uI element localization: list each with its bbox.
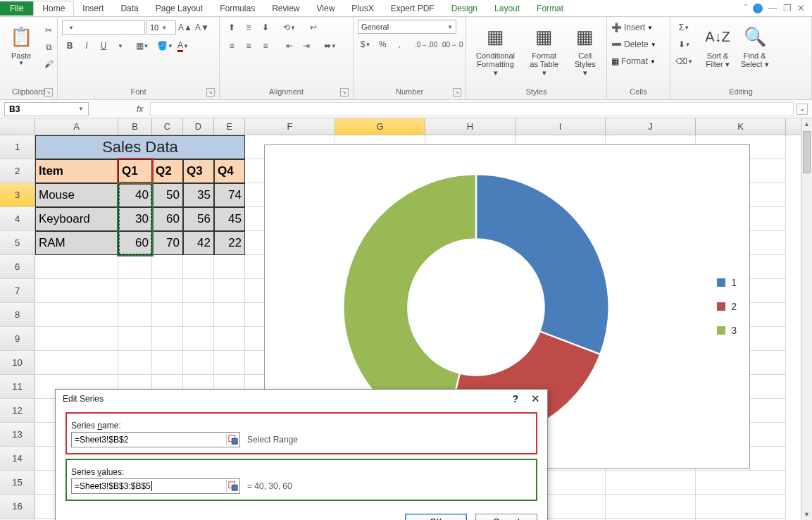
row-header-4[interactable]: 4 — [0, 207, 35, 231]
align-center-button[interactable]: ≡ — [241, 38, 256, 54]
paste-button[interactable]: 📋 Paste▼ — [4, 20, 38, 68]
col-header-D[interactable]: D — [183, 118, 214, 135]
window-minimize-icon[interactable]: — — [768, 3, 777, 13]
increase-font-button[interactable]: A▲ — [177, 20, 193, 35]
series-name-range-picker[interactable] — [226, 433, 239, 446]
percent-format-button[interactable]: % — [375, 37, 390, 52]
cell-data[interactable]: 22 — [214, 231, 245, 255]
ok-button[interactable]: OK — [405, 514, 467, 520]
ribbon-collapse-icon[interactable]: ˆ — [744, 3, 747, 13]
cell[interactable] — [183, 279, 214, 303]
cell[interactable] — [214, 255, 245, 279]
cell[interactable] — [35, 279, 118, 303]
tab-chart-layout[interactable]: Layout — [486, 1, 528, 16]
cell[interactable] — [183, 351, 214, 375]
cell[interactable] — [35, 255, 118, 279]
delete-cells-button[interactable]: Delete — [623, 37, 649, 52]
col-header-G[interactable]: G — [335, 118, 425, 135]
scroll-up-button[interactable]: ▲ — [801, 118, 812, 130]
cell[interactable] — [214, 279, 245, 303]
col-header-B[interactable]: B — [118, 118, 152, 135]
format-cells-button[interactable]: Format — [620, 54, 649, 69]
legend-item-2[interactable]: 2 — [717, 301, 737, 312]
cell[interactable] — [118, 279, 152, 303]
wrap-text-button[interactable]: ↩ — [306, 20, 321, 35]
vertical-scrollbar[interactable]: ▲ ▼ — [801, 118, 812, 520]
fill-button[interactable]: ⬇▼ — [675, 37, 694, 52]
cell-header-Q3[interactable]: Q3 — [183, 159, 214, 183]
decrease-indent-button[interactable]: ⇤ — [282, 38, 297, 54]
font-family-combo[interactable]: ▼ — [62, 20, 145, 35]
cut-button[interactable]: ✂ — [41, 23, 56, 38]
tab-expert-pdf[interactable]: Expert PDF — [382, 1, 443, 16]
cell-header-Q4[interactable]: Q4 — [214, 159, 245, 183]
tab-file[interactable]: File — [0, 1, 33, 16]
dialog-help-icon[interactable]: ? — [512, 393, 518, 404]
italic-button[interactable]: I — [79, 38, 94, 54]
series-values-input[interactable]: =Sheet3!$B$3:$B$5 — [71, 478, 240, 494]
col-header-F[interactable]: F — [245, 118, 335, 135]
align-bottom-button[interactable]: ⬇ — [258, 20, 273, 35]
cell[interactable] — [606, 495, 696, 519]
cell[interactable] — [696, 471, 786, 495]
clear-button[interactable]: ⌫▼ — [675, 54, 694, 69]
expand-formula-bar[interactable]: ⌄ — [797, 104, 808, 115]
cell-data[interactable]: 50 — [152, 183, 183, 207]
row-header-8[interactable]: 8 — [0, 303, 35, 327]
tab-review[interactable]: Review — [263, 1, 308, 16]
comma-format-button[interactable]: , — [392, 37, 407, 52]
cell-item[interactable]: Mouse — [35, 183, 118, 207]
col-header-E[interactable]: E — [214, 118, 245, 135]
autosum-button[interactable]: Σ▼ — [675, 20, 694, 35]
cell-item[interactable]: Keyboard — [35, 207, 118, 231]
tab-page-layout[interactable]: Page Layout — [147, 1, 211, 16]
col-header-A[interactable]: A — [35, 118, 118, 135]
cell-header-Q2[interactable]: Q2 — [152, 159, 183, 183]
cell[interactable] — [214, 351, 245, 375]
scroll-thumb[interactable] — [803, 131, 811, 173]
tab-plusx[interactable]: PlusX — [343, 1, 382, 16]
clipboard-dialog-launcher[interactable]: ↘ — [44, 88, 53, 97]
legend-item-3[interactable]: 3 — [717, 325, 737, 336]
row-header-14[interactable]: 14 — [0, 447, 35, 471]
decrease-decimal-button[interactable]: .00→.0 — [439, 37, 463, 52]
format-as-table-button[interactable]: ▦Formatas Table ▾ — [523, 20, 565, 80]
cell[interactable] — [696, 495, 786, 519]
cell[interactable] — [152, 351, 183, 375]
cancel-button[interactable]: Cancel — [475, 514, 537, 520]
help-icon[interactable]: ? — [753, 4, 763, 13]
bold-button[interactable]: B — [62, 38, 77, 54]
col-header-K[interactable]: K — [696, 118, 786, 135]
cell[interactable] — [183, 327, 214, 351]
tab-data[interactable]: Data — [112, 1, 146, 16]
cell-data[interactable]: 60 — [118, 231, 152, 255]
cell[interactable] — [183, 255, 214, 279]
accounting-format-button[interactable]: $▼ — [358, 37, 373, 52]
tab-view[interactable]: View — [308, 1, 344, 16]
align-right-button[interactable]: ≡ — [258, 38, 273, 54]
cell-data[interactable]: 74 — [214, 183, 245, 207]
name-box[interactable]: B3▼ — [4, 102, 89, 116]
select-all-corner[interactable] — [0, 118, 35, 135]
col-header-C[interactable]: C — [152, 118, 183, 135]
scroll-down-button[interactable]: ▼ — [801, 509, 812, 520]
cell-data[interactable]: 35 — [183, 183, 214, 207]
underline-button[interactable]: U — [96, 38, 111, 54]
copy-button[interactable]: ⧉ — [41, 39, 56, 55]
row-header-1[interactable]: 1 — [0, 135, 35, 159]
cell[interactable] — [35, 351, 118, 375]
cell[interactable] — [35, 327, 118, 351]
font-dialog-launcher[interactable]: ↘ — [206, 88, 215, 97]
series-name-input[interactable]: =Sheet3!$B$2 — [71, 432, 240, 447]
increase-indent-button[interactable]: ⇥ — [299, 38, 314, 54]
cell-data[interactable]: 70 — [152, 231, 183, 255]
legend-item-1[interactable]: 1 — [717, 277, 737, 288]
row-header-12[interactable]: 12 — [0, 399, 35, 423]
tab-chart-format[interactable]: Format — [528, 1, 572, 16]
tab-formulas[interactable]: Formulas — [211, 1, 263, 16]
cell[interactable] — [118, 327, 152, 351]
cell[interactable] — [152, 327, 183, 351]
decrease-font-button[interactable]: A▼ — [194, 20, 210, 35]
series-values-range-picker[interactable] — [226, 480, 239, 493]
merge-center-button[interactable]: ⬌▼ — [323, 38, 338, 54]
